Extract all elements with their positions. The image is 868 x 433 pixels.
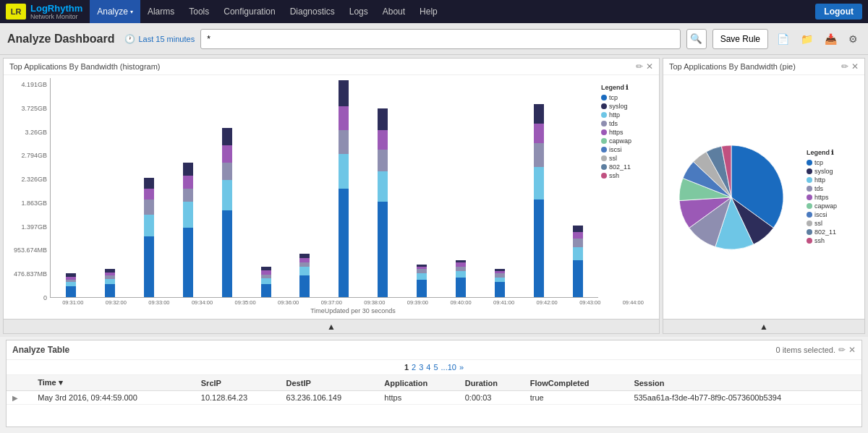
table-area: Analyze Table 0 items selected. ✏ ✕ 1 2 … — [6, 340, 862, 427]
bar-group — [403, 81, 441, 297]
pie-legend-item: tds — [807, 185, 859, 192]
bar-segment — [222, 210, 232, 297]
histogram-close-btn[interactable]: ✕ — [646, 61, 653, 72]
col-time[interactable]: Time ▾ — [32, 375, 195, 391]
toolbar-icon-btn-4[interactable]: ⚙ — [846, 32, 861, 46]
nav-item-analyze[interactable]: Analyze ▾ — [90, 0, 140, 23]
bar-segment — [261, 284, 271, 297]
bar-segment — [534, 143, 544, 167]
col-application[interactable]: Application — [378, 375, 459, 391]
save-rule-button[interactable]: Save Rule — [712, 29, 768, 49]
bar-group — [169, 81, 207, 297]
bar-segment — [534, 124, 544, 143]
page-ellipsis[interactable]: ...10 — [441, 363, 456, 372]
legend-label: syslog — [609, 103, 628, 110]
legend-dot — [601, 121, 607, 127]
page-3[interactable]: 3 — [419, 363, 423, 372]
pie-legend-item: https — [807, 194, 859, 201]
bar-group — [325, 81, 362, 297]
bar-segment — [222, 128, 232, 145]
legend-item: tcp — [601, 94, 653, 101]
x-label: 09:43:00 — [569, 299, 612, 306]
legend-item: capwap — [601, 137, 653, 145]
row-flowcompleted: true — [524, 391, 629, 405]
row-duration: 0:00:03 — [459, 391, 524, 405]
page-4[interactable]: 4 — [426, 363, 430, 372]
charts-row: Top Applications By Bandwidth (histogram… — [0, 55, 868, 337]
legend-label: 802_11 — [609, 163, 631, 171]
bar-segment — [378, 202, 388, 297]
page-1[interactable]: 1 — [404, 363, 409, 372]
bar-segment — [495, 282, 505, 297]
row-expand[interactable]: ▶ — [7, 391, 32, 405]
col-session[interactable]: Session — [628, 375, 861, 391]
page-2[interactable]: 2 — [412, 363, 416, 372]
col-flowcompleted[interactable]: FlowCompleted — [524, 375, 629, 391]
pie-legend-label: ssl — [814, 220, 822, 227]
pie-legend-label: ssh — [814, 237, 825, 244]
nav-item-diagnostics[interactable]: Diagnostics — [283, 0, 342, 23]
toolbar-icon-btn-3[interactable]: 📥 — [822, 32, 840, 46]
bar-group — [91, 81, 129, 297]
toolbar-icon-btn-1[interactable]: 📄 — [774, 32, 792, 46]
nav-item-about[interactable]: About — [375, 0, 412, 23]
bar-segment — [339, 80, 349, 106]
x-label: 09:35:00 — [224, 299, 267, 306]
bar-segment — [339, 189, 349, 297]
folder-icon: 📁 — [801, 33, 813, 45]
gear-icon: ⚙ — [848, 33, 858, 45]
nav-item-help[interactable]: Help — [412, 0, 445, 23]
bar-segment — [183, 176, 193, 189]
x-label: 09:39:00 — [396, 299, 440, 306]
bar-segment — [144, 178, 154, 189]
pie-legend-dot — [807, 177, 812, 183]
bar-segment — [339, 154, 349, 189]
x-label: 09:34:00 — [181, 299, 224, 306]
table-edit-btn[interactable]: ✏ — [838, 345, 846, 355]
time-filter[interactable]: 🕐 Last 15 minutes — [124, 34, 195, 44]
nav-item-configuration[interactable]: Configuration — [216, 0, 282, 23]
bar-segment — [534, 200, 544, 297]
pie-close-btn[interactable]: ✕ — [851, 61, 859, 72]
table-close-btn[interactable]: ✕ — [848, 345, 856, 355]
bar-group — [286, 81, 324, 297]
legend-dot — [601, 164, 607, 170]
pie-legend-title: Legend ℹ — [807, 149, 859, 156]
bar-segment — [183, 228, 193, 297]
pie-legend: Legend ℹ tcpsysloghttptdshttpscapwapiscs… — [804, 143, 861, 252]
bar-segment — [339, 130, 349, 154]
logout-button[interactable]: Logout — [815, 4, 862, 20]
bar-segment — [378, 150, 388, 171]
nav-item-alarms[interactable]: Alarms — [140, 0, 182, 23]
pie-header: Top Applications By Bandwidth (pie) ✏ ✕ — [663, 59, 864, 75]
pie-legend-label: tcp — [814, 159, 823, 166]
bar-segment — [456, 278, 466, 297]
pie-legend-dot — [807, 203, 812, 209]
search-input[interactable] — [200, 29, 680, 49]
histogram-collapse-bar[interactable]: ▲ — [4, 319, 659, 333]
nav-tools-label: Tools — [189, 7, 209, 17]
col-srcip[interactable]: SrcIP — [195, 375, 281, 391]
page-5[interactable]: 5 — [433, 363, 438, 372]
histogram-actions: ✏ ✕ — [636, 61, 653, 72]
pie-edit-btn[interactable]: ✏ — [841, 61, 848, 72]
page-next[interactable]: » — [459, 363, 464, 372]
bar-segment — [183, 163, 193, 176]
legend-title: Legend ℹ — [601, 84, 653, 91]
toolbar-icon-btn-2[interactable]: 📁 — [798, 32, 816, 46]
col-duration[interactable]: Duration — [459, 375, 524, 391]
histogram-edit-btn[interactable]: ✏ — [636, 61, 643, 72]
pie-legend-item: 802_11 — [807, 228, 859, 236]
col-destip[interactable]: DestIP — [281, 375, 379, 391]
pie-collapse-bar[interactable]: ▲ — [663, 319, 864, 333]
table-scroll[interactable]: Time ▾ SrcIP DestIP Application Duration… — [7, 375, 861, 426]
bar-group — [481, 81, 519, 297]
bar-group — [520, 81, 558, 297]
pie-actions: ✏ ✕ — [841, 61, 859, 72]
x-label: 09:31:00 — [51, 299, 95, 306]
nav-item-tools[interactable]: Tools — [182, 0, 216, 23]
pie-legend-dot — [807, 160, 812, 166]
pie-legend-label: 802_11 — [814, 228, 836, 236]
search-button[interactable]: 🔍 — [686, 29, 707, 49]
nav-item-logs[interactable]: Logs — [342, 0, 375, 23]
